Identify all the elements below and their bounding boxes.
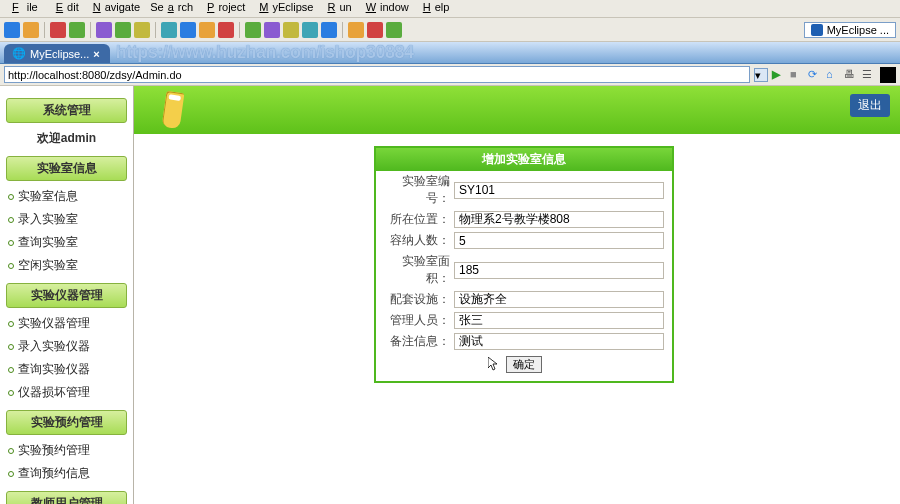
search-icon[interactable] (180, 22, 196, 38)
form-label: 配套设施： (384, 291, 454, 308)
tool-icon[interactable] (367, 22, 383, 38)
sidebar-group-header[interactable]: 实验预约管理 (6, 410, 127, 435)
sidebar-item[interactable]: 实验仪器管理 (6, 312, 127, 335)
sidebar-item[interactable]: 实验预约管理 (6, 439, 127, 462)
form-input[interactable] (454, 262, 664, 279)
menu-project[interactable]: Project (199, 1, 249, 16)
refresh-icon[interactable]: ⟳ (808, 68, 822, 82)
print-icon[interactable]: 🖶 (844, 68, 858, 82)
page-banner: 退出 (134, 86, 900, 134)
form-input[interactable] (454, 312, 664, 329)
editor-tab-bar: 🌐 MyEclipse... × https://www.huzhan.com/… (0, 42, 900, 64)
new-icon[interactable] (4, 22, 20, 38)
add-lab-form: 增加实验室信息 实验室编号：所在位置：容纳人数：实验室面积：配套设施：管理人员：… (374, 146, 674, 383)
form-label: 容纳人数： (384, 232, 454, 249)
form-input[interactable] (454, 291, 664, 308)
nav-back-icon[interactable] (199, 22, 215, 38)
tool-icon[interactable] (245, 22, 261, 38)
sidebar-group-header[interactable]: 教师用户管理 (6, 491, 127, 504)
sidebar-item[interactable]: 查询实验室 (6, 231, 127, 254)
sidebar-group-header[interactable]: 实验室信息 (6, 156, 127, 181)
bullet-icon (8, 471, 14, 477)
sidebar-item-label: 实验仪器管理 (18, 315, 90, 332)
welcome-label: 欢迎admin (6, 127, 127, 150)
perspective-label: MyEclipse ... (827, 24, 889, 36)
bullet-icon (8, 367, 14, 373)
perspective-button[interactable]: MyEclipse ... (804, 22, 896, 38)
home-icon[interactable]: ⌂ (826, 68, 840, 82)
myeclipse-icon (811, 24, 823, 36)
menu-help[interactable]: Help (415, 1, 454, 16)
form-input[interactable] (454, 211, 664, 228)
form-label: 实验室面积： (384, 253, 454, 287)
tool-icon[interactable] (386, 22, 402, 38)
go-icon[interactable]: ▶ (772, 68, 786, 82)
extern-icon[interactable] (134, 22, 150, 38)
url-input[interactable] (4, 66, 750, 83)
form-input[interactable] (454, 333, 664, 350)
form-row: 管理人员： (376, 310, 672, 331)
cursor-icon (488, 357, 498, 371)
dropdown-icon[interactable]: ▾ (754, 68, 768, 82)
sidebar-item-label: 查询预约信息 (18, 465, 90, 482)
close-icon[interactable]: × (93, 48, 99, 60)
tool-icon[interactable] (348, 22, 364, 38)
save-icon[interactable] (23, 22, 39, 38)
form-row: 备注信息： (376, 331, 672, 352)
sidebar-item[interactable]: 仪器损坏管理 (6, 381, 127, 404)
logout-button[interactable]: 退出 (850, 94, 890, 117)
nav-fwd-icon[interactable] (218, 22, 234, 38)
nav-sidebar: 系统管理欢迎admin实验室信息实验室信息录入实验室查询实验室空闲实验室实验仪器… (0, 86, 134, 504)
sidebar-item[interactable]: 实验室信息 (6, 185, 127, 208)
menu-navigate[interactable]: Navigate (85, 1, 144, 16)
sidebar-item-label: 实验室信息 (18, 188, 78, 205)
content-frame: 系统管理欢迎admin实验室信息实验室信息录入实验室查询实验室空闲实验室实验仪器… (0, 86, 900, 504)
sidebar-item[interactable]: 录入实验室 (6, 208, 127, 231)
stop-icon[interactable]: ■ (790, 68, 804, 82)
tool-icon[interactable] (302, 22, 318, 38)
sidebar-item-label: 实验预约管理 (18, 442, 90, 459)
separator (239, 22, 240, 38)
sidebar-item-label: 查询实验室 (18, 234, 78, 251)
run-icon[interactable] (115, 22, 131, 38)
submit-button[interactable]: 确定 (506, 356, 542, 373)
tool-icon[interactable] (264, 22, 280, 38)
separator (44, 22, 45, 38)
browser-tab[interactable]: 🌐 MyEclipse... × (4, 44, 110, 63)
refresh-icon[interactable] (69, 22, 85, 38)
form-row: 实验室编号： (376, 171, 672, 209)
separator (342, 22, 343, 38)
address-bar: ▾ ▶ ■ ⟳ ⌂ 🖶 ☰ (0, 64, 900, 86)
sidebar-item-label: 录入实验仪器 (18, 338, 90, 355)
sidebar-item[interactable]: 查询预约信息 (6, 462, 127, 485)
bullet-icon (8, 217, 14, 223)
print-icon[interactable] (50, 22, 66, 38)
pencil-icon (162, 91, 185, 129)
sidebar-item-label: 查询实验仪器 (18, 361, 90, 378)
menu-file[interactable]: File (4, 1, 46, 16)
sidebar-item[interactable]: 空闲实验室 (6, 254, 127, 277)
menu-edit[interactable]: Edit (48, 1, 83, 16)
tool-icon[interactable] (283, 22, 299, 38)
sidebar-group-header[interactable]: 系统管理 (6, 98, 127, 123)
sidebar-group-header[interactable]: 实验仪器管理 (6, 283, 127, 308)
sidebar-item[interactable]: 录入实验仪器 (6, 335, 127, 358)
menu-run[interactable]: Run (319, 1, 355, 16)
form-row: 容纳人数： (376, 230, 672, 251)
config-icon[interactable]: ☰ (862, 68, 876, 82)
separator (155, 22, 156, 38)
tool-icon[interactable] (321, 22, 337, 38)
open-type-icon[interactable] (161, 22, 177, 38)
debug-icon[interactable] (96, 22, 112, 38)
form-input[interactable] (454, 232, 664, 249)
sidebar-item[interactable]: 查询实验仪器 (6, 358, 127, 381)
form-row: 所在位置： (376, 209, 672, 230)
menu-myeclipse[interactable]: MyEclipse (251, 1, 317, 16)
submit-row: 确定 (376, 352, 672, 381)
form-input[interactable] (454, 182, 664, 199)
menu-search[interactable]: Search (146, 1, 197, 16)
form-label: 管理人员： (384, 312, 454, 329)
form-row: 实验室面积： (376, 251, 672, 289)
menu-window[interactable]: Window (358, 1, 413, 16)
menu-bar: File Edit Navigate Search Project MyEcli… (0, 0, 900, 18)
